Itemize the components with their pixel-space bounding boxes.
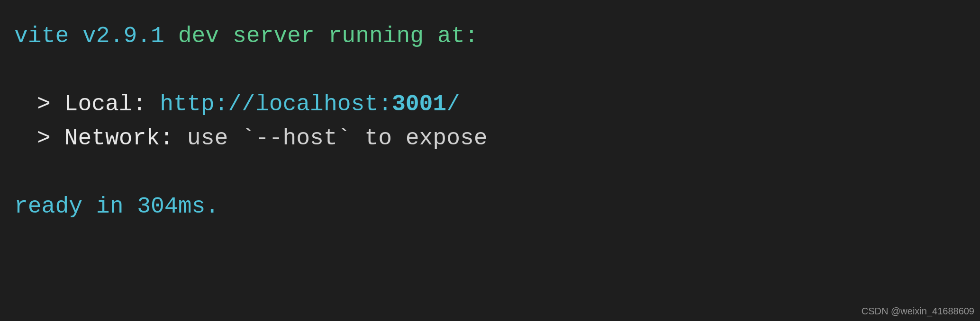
tool-version: vite v2.9.1	[14, 23, 164, 49]
spacer-2	[14, 155, 966, 189]
local-url-host[interactable]: http://localhost:	[160, 91, 392, 117]
server-message: dev server running at:	[164, 23, 479, 49]
local-line: > Local: http://localhost:3001/	[37, 87, 966, 121]
network-hint: use `--host` to expose	[187, 125, 488, 151]
network-prefix: >	[37, 125, 64, 151]
network-line: > Network: use `--host` to expose	[37, 121, 966, 155]
local-url-port[interactable]: 3001	[392, 91, 446, 117]
ready-line: ready in 304ms.	[14, 189, 966, 223]
network-label: Network:	[64, 125, 187, 151]
watermark: CSDN @weixin_41688609	[862, 304, 974, 318]
header-line: vite v2.9.1 dev server running at:	[14, 19, 966, 53]
ready-text: ready in 304ms.	[14, 194, 219, 219]
local-prefix: >	[37, 91, 64, 117]
spacer-1	[14, 53, 966, 87]
local-url-path[interactable]: /	[446, 91, 460, 117]
local-label: Local:	[64, 91, 160, 117]
